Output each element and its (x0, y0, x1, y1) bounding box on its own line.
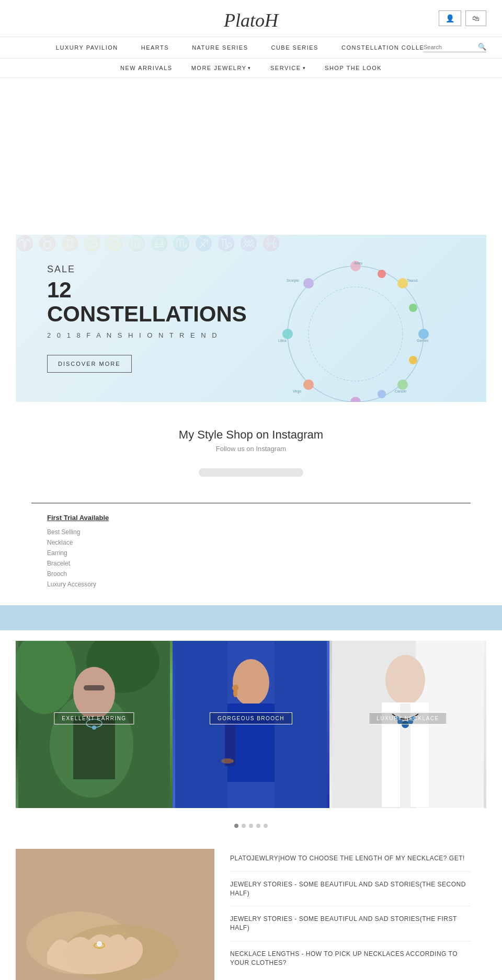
cart-icon: 🛍 (472, 14, 480, 22)
nav-hearts[interactable]: HEARTS (130, 42, 180, 53)
svg-point-1 (309, 287, 403, 381)
svg-text:Cancer: Cancer (395, 389, 407, 393)
filter-luxury-accessory[interactable]: Luxury Accessory (47, 579, 455, 590)
header-icons: 👤 🛍 (439, 10, 486, 26)
nav-new-arrivals[interactable]: NEW ARRIVALS (111, 63, 182, 73)
svg-point-9 (303, 278, 314, 289)
nav-service[interactable]: SERVICE ▾ (261, 63, 315, 73)
svg-point-7 (303, 379, 314, 390)
nav-shop-the-look[interactable]: SHOP THE LOOK (315, 63, 391, 73)
svg-point-5 (397, 379, 408, 390)
secondary-nav: NEW ARRIVALS MORE JEWELRY ▾ SERVICE ▾ SH… (0, 59, 502, 78)
svg-point-3 (397, 278, 408, 289)
page-dot-1[interactable] (234, 824, 238, 828)
nav-luxury-pavilion[interactable]: LUXURY PAVILION (44, 42, 130, 53)
search-area: 🔍 (424, 43, 486, 52)
filter-title: First Trial Available (47, 514, 455, 522)
filter-section: First Trial Available Best Selling Neckl… (31, 503, 471, 595)
svg-text:Virgo: Virgo (293, 389, 301, 394)
instagram-section: My Style Shop on Instagram Follow us on … (0, 402, 502, 503)
lookbook-img-2 (173, 641, 329, 808)
user-icon-button[interactable]: 👤 (439, 10, 461, 26)
svg-point-13 (378, 390, 386, 398)
constellation-image: Aries Taurus Gemini Cancer Leo Virgo Lib… (277, 261, 455, 376)
search-icon[interactable]: 🔍 (478, 43, 486, 51)
chevron-down-icon: ▾ (248, 65, 252, 71)
svg-point-33 (233, 659, 269, 706)
blog-link-1[interactable]: PLATOJEWLRY|HOW TO CHOOSE THE LENGTH OF … (230, 854, 471, 872)
page-dot-2[interactable] (242, 824, 246, 828)
lookbook-item-brooch[interactable]: GORGEOUS BROOCH (173, 641, 329, 808)
filter-bracelet[interactable]: Bracelet (47, 558, 455, 569)
lookbook-label-necklace: LUXURY NECKLACE (369, 712, 447, 724)
header: PlatoH 👤 🛍 (0, 0, 502, 37)
page-dot-5[interactable] (264, 824, 268, 828)
filter-earring[interactable]: Earring (47, 548, 455, 558)
filter-wrapper: First Trial Available Best Selling Neckl… (16, 503, 486, 595)
user-icon: 👤 (446, 14, 454, 22)
filter-brooch[interactable]: Brooch (47, 569, 455, 579)
svg-point-30 (92, 725, 96, 730)
blog-link-2[interactable]: JEWELRY STORIES - SOME BEAUTIFUL AND SAD… (230, 880, 471, 907)
svg-text:Gemini: Gemini (417, 339, 429, 342)
lookbook-item-necklace[interactable]: LUXURY NECKLACE (329, 641, 486, 808)
logo: PlatoH (224, 9, 278, 31)
nav-more-jewelry[interactable]: MORE JEWELRY ▾ (182, 63, 261, 73)
svg-point-36 (233, 689, 237, 697)
search-input[interactable] (424, 44, 476, 50)
lookbook-img-3 (329, 641, 486, 808)
nav-nature-series[interactable]: NATURE SERIES (180, 42, 259, 53)
primary-nav: LUXURY PAVILION HEARTS NATURE SERIES CUB… (0, 37, 502, 59)
svg-point-12 (409, 356, 417, 364)
svg-point-11 (409, 304, 417, 312)
svg-rect-28 (84, 685, 105, 690)
svg-text:Scorpio: Scorpio (287, 279, 299, 283)
filter-list: Best Selling Necklace Earring Bracelet B… (47, 527, 455, 590)
instagram-image-placeholder (199, 468, 303, 477)
svg-point-8 (282, 329, 293, 339)
blog-links: PLATOJEWLRY|HOW TO CHOOSE THE LENGTH OF … (214, 849, 486, 980)
svg-point-38 (221, 758, 234, 764)
blue-promo-banner (0, 605, 502, 630)
svg-point-10 (378, 270, 386, 278)
cart-icon-button[interactable]: 🛍 (465, 10, 486, 26)
filter-necklace[interactable]: Necklace (47, 537, 455, 548)
svg-text:Libra: Libra (278, 339, 287, 342)
blog-section: FEBRUARY 1, 2018 PLATOJEWLRY|HOW TO CHOO… (0, 838, 502, 980)
instagram-subtitle: Follow us on Instagram (16, 445, 486, 453)
lookbook-pagination (0, 808, 502, 838)
hero-banner (0, 78, 502, 235)
lookbook-grid: EXELLENT EARRING GORGEOUS BROOCH (16, 641, 486, 808)
chevron-down-icon: ▾ (303, 65, 306, 71)
instagram-title: My Style Shop on Instagram (16, 428, 486, 442)
svg-point-26 (73, 667, 115, 719)
svg-text:Aries: Aries (354, 261, 362, 265)
svg-point-41 (385, 655, 425, 705)
lookbook-label-brooch: GORGEOUS BROOCH (210, 712, 292, 724)
page-dot-3[interactable] (249, 824, 253, 828)
svg-point-54 (98, 942, 101, 946)
lookbook-img-1 (16, 641, 173, 808)
svg-point-6 (350, 397, 361, 402)
constellation-svg: Aries Taurus Gemini Cancer Leo Virgo Lib… (277, 261, 434, 402)
lookbook-label-earring: EXELLENT EARRING (54, 712, 134, 724)
blog-link-4[interactable]: NECKLACE LENGTHS - HOW TO PICK UP NECKLA… (230, 950, 471, 976)
blog-link-3[interactable]: JEWELRY STORIES - SOME BEAUTIFUL AND SAD… (230, 915, 471, 941)
filter-best-selling[interactable]: Best Selling (47, 527, 455, 537)
sale-banner: ♈ ♉ ♊ ♋ ♌ ♍ ♎ ♏ ♐ ♑ ♒ ♓ SALE 12 CONSTELL… (16, 235, 486, 402)
svg-text:Taurus: Taurus (407, 279, 418, 282)
svg-point-4 (418, 329, 429, 339)
nav-cube-series[interactable]: CUBE SERIES (259, 42, 329, 53)
lookbook-item-earring[interactable]: EXELLENT EARRING (16, 641, 173, 808)
blog-image: FEBRUARY 1, 2018 (16, 849, 214, 980)
page-dot-4[interactable] (256, 824, 260, 828)
